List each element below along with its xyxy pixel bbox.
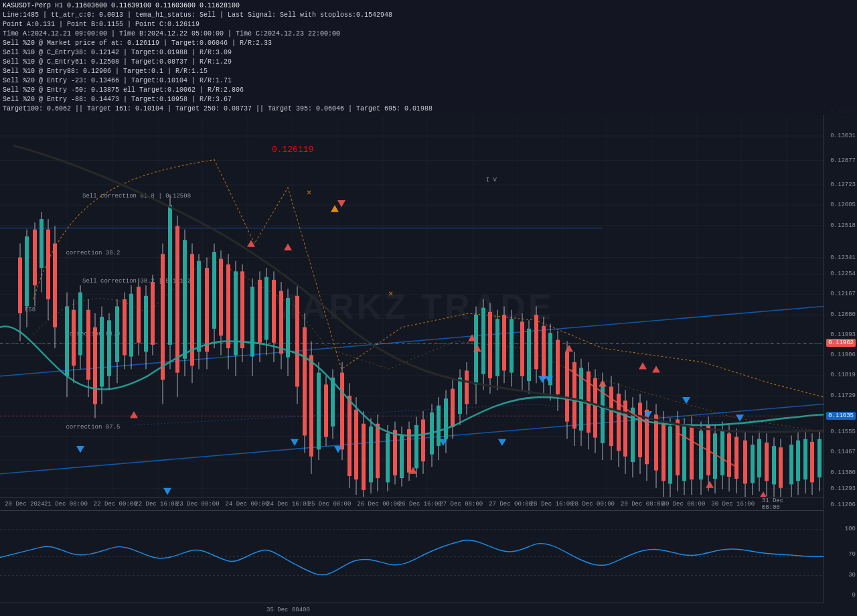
price-12605: 0.12605 xyxy=(830,202,856,208)
svg-rect-245 xyxy=(779,447,783,488)
svg-rect-113 xyxy=(286,298,290,358)
svg-rect-77 xyxy=(151,282,155,345)
price-11993: 0.11993 xyxy=(830,331,856,338)
svg-rect-249 xyxy=(796,441,800,481)
svg-rect-85 xyxy=(183,240,187,358)
svg-marker-263 xyxy=(337,200,345,207)
svg-rect-131 xyxy=(354,410,358,479)
time-28dec-00: 28 Dec 00:00 xyxy=(571,501,615,508)
svg-rect-241 xyxy=(765,443,769,481)
time-26dec-16: 26 Dec 16:00 xyxy=(398,501,442,508)
svg-rect-115 xyxy=(295,296,299,387)
price-12518: 0.12518 xyxy=(830,222,856,229)
time-24dec-16: 24 Dec 16:00 xyxy=(266,501,310,508)
svg-marker-267 xyxy=(565,345,573,352)
svg-rect-243 xyxy=(772,446,776,484)
svg-rect-61 xyxy=(93,327,97,404)
time-21dec-08: 21 Dec 08:00 xyxy=(44,501,88,508)
svg-rect-139 xyxy=(386,433,390,482)
svg-rect-55 xyxy=(72,310,76,366)
svg-rect-69 xyxy=(123,299,127,355)
svg-marker-275 xyxy=(163,488,171,495)
svg-rect-169 xyxy=(495,319,499,376)
svg-rect-147 xyxy=(414,425,418,469)
svg-rect-105 xyxy=(258,280,262,343)
svg-rect-217 xyxy=(676,419,680,475)
time-31dec-08: 31 Dec 08:00 xyxy=(762,497,803,511)
time-22dec-16: 22 Dec 16:00 xyxy=(135,501,178,508)
price-11729: 0.11729 xyxy=(830,392,856,399)
bottom-time-label: 35 Dec 08400 xyxy=(266,607,310,613)
svg-rect-93 xyxy=(212,252,216,329)
svg-rect-91 xyxy=(205,268,209,352)
info-line-2: Point A:0.131 | Point B:0.1155 | Point C… xyxy=(3,20,854,29)
svg-rect-133 xyxy=(362,424,366,490)
svg-marker-261 xyxy=(284,244,292,250)
info-bar: KASUSDT-Perp H1 0.11603600 0.11639100 0.… xyxy=(0,0,857,115)
svg-rect-185 xyxy=(556,340,560,394)
rsi-svg xyxy=(0,511,824,603)
svg-marker-260 xyxy=(130,411,138,418)
svg-rect-59 xyxy=(86,310,90,380)
svg-rect-215 xyxy=(668,427,672,484)
svg-rect-231 xyxy=(727,433,731,477)
svg-rect-109 xyxy=(272,280,276,343)
time-30dec-16: 30 Dec 16:00 xyxy=(711,501,755,508)
time-23dec-08: 23 Dec 08:00 xyxy=(176,501,220,508)
price-12080: 0.12080 xyxy=(830,311,856,318)
svg-rect-251 xyxy=(803,439,807,479)
rsi-axis: 100 70 30 0 xyxy=(824,510,857,603)
main-chart-area: MARKZ TRADE Sell correction 61.8 | 0.125… xyxy=(0,104,824,509)
svg-marker-268 xyxy=(599,380,607,386)
svg-rect-229 xyxy=(720,430,724,475)
svg-rect-101 xyxy=(240,271,244,348)
svg-rect-97 xyxy=(226,264,230,348)
time-30dec-00: 30 Dec 00:00 xyxy=(661,501,705,508)
time-29dec-08: 29 Dec 08:00 xyxy=(621,501,664,508)
svg-rect-247 xyxy=(789,445,793,484)
svg-rect-79 xyxy=(161,254,165,380)
info-line-6: Sell %10 @ C_Entry61: 0.12508 | Target:0… xyxy=(3,58,854,67)
svg-rect-173 xyxy=(510,319,514,372)
svg-marker-286 xyxy=(736,414,744,421)
svg-rect-219 xyxy=(682,427,686,481)
price-11293: 0.11293 xyxy=(830,485,856,492)
svg-marker-276 xyxy=(291,439,299,446)
rsi-time-axis: 35 Dec 08400 xyxy=(0,603,824,616)
svg-rect-121 xyxy=(317,373,321,450)
price-11380: 0.11380 xyxy=(830,469,856,476)
price-12254: 0.12254 xyxy=(830,271,856,277)
rsi-level-70: 70 xyxy=(848,551,856,558)
info-line-10: Sell %20 @ Entry -88: 0.14473 | Target:0… xyxy=(3,95,854,104)
svg-rect-155 xyxy=(444,398,448,439)
svg-rect-71 xyxy=(129,294,133,357)
svg-rect-165 xyxy=(481,308,485,374)
svg-rect-63 xyxy=(100,317,104,386)
price-12167: 0.12167 xyxy=(830,291,856,297)
svg-marker-270 xyxy=(652,366,660,372)
info-line-symbol: KASUSDT-Perp H1 0.11603600 0.11639100 0.… xyxy=(3,1,854,11)
info-line-3: Time A:2024.12.21 09:00:00 | Time B:2024… xyxy=(3,29,854,39)
svg-rect-123 xyxy=(324,384,328,437)
svg-rect-135 xyxy=(369,427,373,482)
svg-rect-187 xyxy=(565,352,569,421)
svg-rect-103 xyxy=(250,287,254,356)
svg-rect-199 xyxy=(609,386,613,446)
rsi-level-100: 100 xyxy=(845,526,856,532)
svg-rect-99 xyxy=(234,271,238,355)
svg-rect-41 xyxy=(18,257,22,313)
svg-rect-161 xyxy=(465,370,469,404)
svg-rect-207 xyxy=(638,402,642,457)
svg-rect-65 xyxy=(107,320,111,376)
svg-text:✕: ✕ xyxy=(307,187,311,197)
time-25dec-08: 25 Dec 08:00 xyxy=(308,501,352,508)
svg-rect-57 xyxy=(78,293,82,356)
chart-container: KASUSDT-Perp H1 0.11603600 0.11639100 0.… xyxy=(0,0,857,616)
svg-rect-235 xyxy=(743,441,747,484)
svg-marker-281 xyxy=(498,439,506,446)
svg-rect-49 xyxy=(46,230,50,299)
info-line-1: Line:1485 | tt_atr_c:0: 0.0013 | tema_h1… xyxy=(3,11,854,20)
svg-rect-137 xyxy=(376,424,380,478)
price-11962-highlight: 0.11962 xyxy=(826,339,856,347)
svg-marker-274 xyxy=(76,446,84,453)
